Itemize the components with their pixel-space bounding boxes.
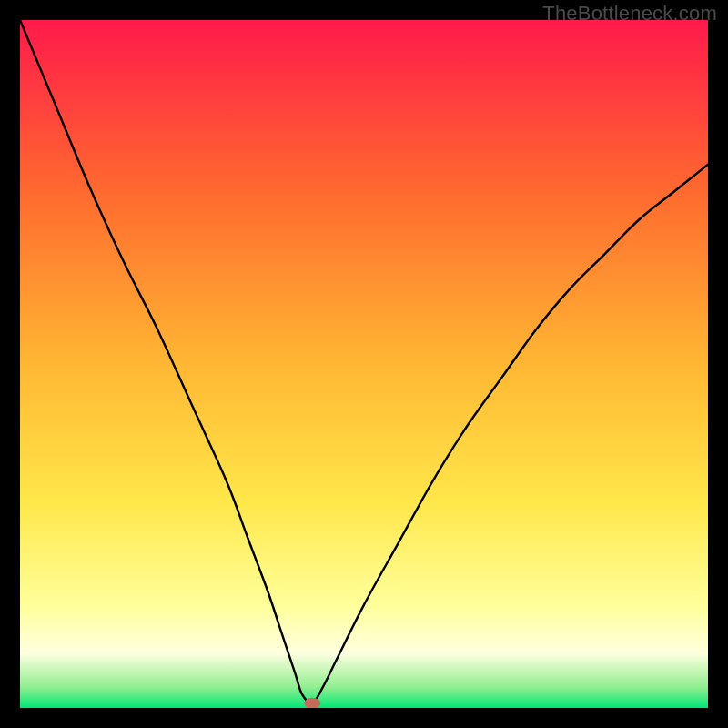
watermark-text: TheBottleneck.com [542,2,717,25]
chart-frame: TheBottleneck.com [0,0,728,728]
plot-area [20,20,708,708]
bottleneck-chart [20,20,708,708]
